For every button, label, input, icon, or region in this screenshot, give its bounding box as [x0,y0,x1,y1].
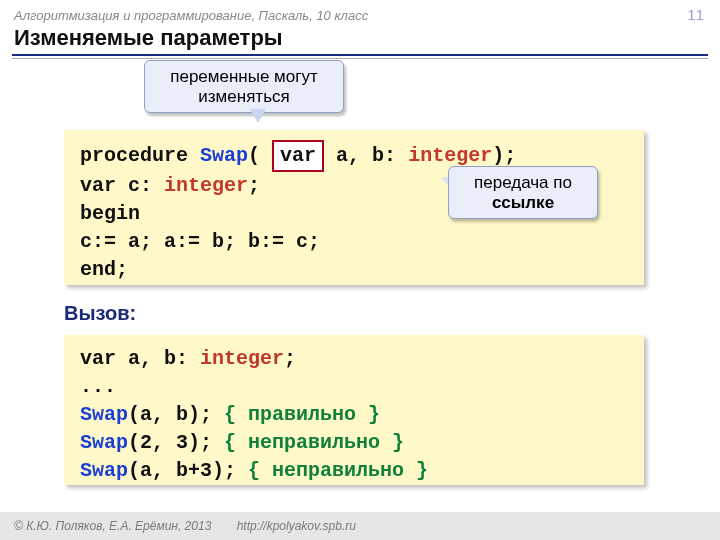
footer: © К.Ю. Поляков, Е.А. Ерёмин, 2013 http:/… [0,512,720,540]
call-swap: Swap [80,459,128,482]
callout-variables-can-change: переменные могут изменяться [144,60,344,113]
type-integer: integer [164,174,248,197]
call-swap: Swap [80,431,128,454]
call-args: (a, b+3); [128,459,236,482]
semicolon: ; [284,347,296,370]
swap-body: c:= a; a:= b; b:= c; [80,230,320,253]
var-decl: a, b: [116,347,200,370]
kw-var: var [80,347,116,370]
semicolon: ; [248,174,260,197]
callout-line-bold: ссылке [492,193,554,212]
type-integer: integer [200,347,284,370]
ellipsis: ... [80,375,116,398]
callout-line: изменяться [198,87,289,106]
kw-end: end [80,258,116,281]
comment-incorrect: { неправильно } [212,431,404,454]
callout-line: передача по [474,173,572,192]
var-highlight-box: var [272,140,324,172]
kw-var: var [80,174,116,197]
kw-begin: begin [80,202,140,225]
comment-correct: { правильно } [212,403,380,426]
comment-incorrect: { неправильно } [236,459,428,482]
callout-pointer-icon [250,109,266,123]
title-rule [12,54,708,56]
proc-name: Swap [200,144,248,167]
call-args: (2, 3); [128,431,212,454]
breadcrumb: Алгоритмизация и программирование, Паска… [0,0,720,23]
call-label: Вызов: [64,302,136,325]
paren-open: ( [248,144,260,167]
params: a, b: [324,144,408,167]
paren-close: ); [492,144,516,167]
page-number: 11 [687,6,704,23]
code-call-examples: var a, b: integer; ... Swap(a, b); { пра… [64,335,644,485]
kw-procedure: procedure [80,144,188,167]
footer-copyright: © К.Ю. Поляков, Е.А. Ерёмин, 2013 [14,519,211,533]
call-swap: Swap [80,403,128,426]
page-title: Изменяемые параметры [0,23,720,57]
var-decl: c: [116,174,164,197]
callout-line: переменные могут [170,67,318,86]
title-thin-rule [12,58,708,59]
footer-url: http://kpolyakov.spb.ru [237,519,356,533]
type-integer: integer [408,144,492,167]
semicolon: ; [116,258,128,281]
callout-pass-by-reference: передача по ссылке [448,166,598,219]
call-args: (a, b); [128,403,212,426]
